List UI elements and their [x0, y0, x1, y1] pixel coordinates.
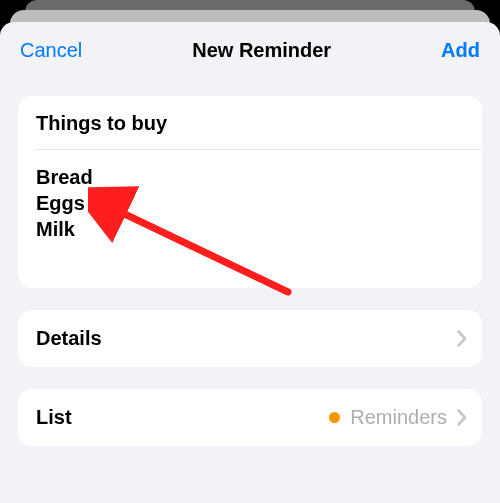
modal-sheet: Cancel New Reminder Add Things to buy Br…	[0, 22, 500, 503]
list-label: List	[36, 406, 72, 429]
reminder-edit-card: Things to buy Bread Eggs Milk	[18, 96, 482, 288]
chevron-right-icon	[457, 330, 467, 347]
cancel-button[interactable]: Cancel	[20, 39, 82, 62]
list-color-dot-icon	[329, 412, 340, 423]
content-area: Things to buy Bread Eggs Milk Details Li…	[0, 76, 500, 446]
list-selected-name: Reminders	[350, 406, 447, 429]
details-label: Details	[36, 327, 102, 350]
list-row[interactable]: List Reminders	[18, 389, 482, 446]
reminder-notes-input[interactable]: Bread Eggs Milk	[18, 150, 482, 288]
modal-header: Cancel New Reminder Add	[0, 22, 500, 76]
details-row[interactable]: Details	[18, 310, 482, 367]
chevron-right-icon	[457, 409, 467, 426]
page-title: New Reminder	[192, 39, 331, 62]
add-button[interactable]: Add	[441, 39, 480, 62]
reminder-title-input[interactable]: Things to buy	[18, 96, 482, 149]
